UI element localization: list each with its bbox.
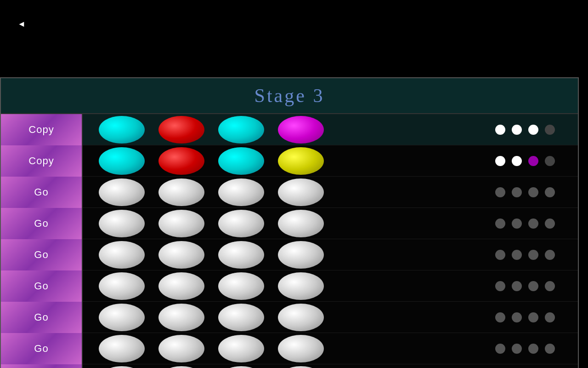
copy-button[interactable]: Copy — [1, 145, 83, 177]
oval-white[interactable] — [278, 272, 324, 300]
circle-cell[interactable] — [211, 116, 271, 144]
dot-dimgray[interactable] — [512, 344, 522, 354]
dot-dimgray[interactable] — [512, 250, 522, 260]
circle-cell[interactable] — [152, 178, 211, 206]
oval-white[interactable] — [218, 210, 264, 237]
dot-dimgray[interactable] — [495, 218, 505, 229]
dot-dimgray[interactable] — [545, 281, 555, 291]
dot-dimgray[interactable] — [512, 187, 522, 197]
oval-red[interactable] — [158, 147, 204, 175]
oval-white[interactable] — [158, 304, 204, 331]
dot-dimgray[interactable] — [528, 218, 538, 229]
dot-gray[interactable] — [545, 156, 555, 166]
dot-white[interactable] — [528, 125, 538, 135]
oval-white[interactable] — [158, 272, 204, 300]
dot-gray[interactable] — [545, 125, 555, 135]
oval-white[interactable] — [218, 335, 264, 362]
oval-magenta[interactable] — [278, 116, 324, 144]
circle-cell[interactable] — [271, 366, 331, 368]
circle-cell[interactable] — [271, 241, 331, 269]
dot-dimgray[interactable] — [512, 312, 522, 322]
circle-cell[interactable] — [211, 147, 271, 175]
circle-cell[interactable] — [152, 147, 211, 175]
dot-dimgray[interactable] — [545, 187, 555, 197]
oval-yellow[interactable] — [278, 147, 324, 175]
circle-cell[interactable] — [152, 366, 211, 368]
circle-cell[interactable] — [211, 366, 271, 368]
dot-dimgray[interactable] — [495, 344, 505, 354]
oval-white[interactable] — [218, 241, 264, 269]
oval-red[interactable] — [158, 116, 204, 144]
oval-white[interactable] — [158, 366, 204, 368]
oval-white[interactable] — [158, 178, 204, 206]
dot-dimgray[interactable] — [528, 187, 538, 197]
circle-cell[interactable] — [152, 304, 211, 331]
circle-cell[interactable] — [211, 210, 271, 237]
dot-dimgray[interactable] — [512, 281, 522, 291]
circle-cell[interactable] — [92, 178, 152, 206]
circle-cell[interactable] — [92, 116, 152, 144]
circle-cell[interactable] — [271, 335, 331, 362]
oval-cyan[interactable] — [99, 116, 145, 144]
dot-dimgray[interactable] — [545, 344, 555, 354]
oval-white[interactable] — [99, 178, 145, 206]
circle-cell[interactable] — [152, 116, 211, 144]
circle-cell[interactable] — [152, 335, 211, 362]
dot-dimgray[interactable] — [495, 187, 505, 197]
oval-white[interactable] — [278, 210, 324, 237]
circle-cell[interactable] — [211, 335, 271, 362]
oval-white[interactable] — [99, 304, 145, 331]
oval-cyan[interactable] — [218, 147, 264, 175]
oval-white[interactable] — [158, 241, 204, 269]
circle-cell[interactable] — [92, 335, 152, 362]
dot-dimgray[interactable] — [495, 281, 505, 291]
dot-dimgray[interactable] — [528, 250, 538, 260]
circle-cell[interactable] — [152, 241, 211, 269]
oval-white[interactable] — [99, 366, 145, 368]
circle-cell[interactable] — [92, 210, 152, 237]
oval-white[interactable] — [278, 304, 324, 331]
go-button[interactable]: Go — [1, 302, 83, 333]
dot-white[interactable] — [495, 156, 505, 166]
dot-dimgray[interactable] — [495, 250, 505, 260]
go-button[interactable]: Go — [1, 270, 83, 302]
dot-white[interactable] — [512, 156, 522, 166]
oval-white[interactable] — [218, 178, 264, 206]
circle-cell[interactable] — [92, 366, 152, 368]
go-button[interactable]: Go — [1, 333, 83, 364]
circle-cell[interactable] — [92, 272, 152, 300]
oval-white[interactable] — [158, 335, 204, 362]
dot-white[interactable] — [495, 125, 505, 135]
circle-cell[interactable] — [152, 210, 211, 237]
oval-white[interactable] — [278, 335, 324, 362]
dot-white[interactable] — [512, 125, 522, 135]
dot-dimgray[interactable] — [545, 250, 555, 260]
dot-dimgray[interactable] — [545, 218, 555, 229]
circle-cell[interactable] — [271, 178, 331, 206]
oval-white[interactable] — [278, 366, 324, 368]
circle-cell[interactable] — [271, 147, 331, 175]
oval-white[interactable] — [99, 210, 145, 237]
oval-white[interactable] — [218, 272, 264, 300]
circle-cell[interactable] — [211, 241, 271, 269]
oval-white[interactable] — [218, 366, 264, 368]
circle-cell[interactable] — [211, 304, 271, 331]
oval-white[interactable] — [278, 178, 324, 206]
oval-white[interactable] — [99, 335, 145, 362]
oval-white[interactable] — [99, 241, 145, 269]
circle-cell[interactable] — [92, 241, 152, 269]
dot-purple[interactable] — [528, 156, 538, 166]
circle-cell[interactable] — [271, 304, 331, 331]
oval-cyan[interactable] — [218, 116, 264, 144]
circle-cell[interactable] — [92, 304, 152, 331]
oval-white[interactable] — [218, 304, 264, 331]
oval-white[interactable] — [99, 272, 145, 300]
oval-white[interactable] — [278, 241, 324, 269]
circle-cell[interactable] — [271, 272, 331, 300]
dot-dimgray[interactable] — [528, 344, 538, 354]
circle-cell[interactable] — [211, 272, 271, 300]
dot-dimgray[interactable] — [495, 312, 505, 322]
circle-cell[interactable] — [271, 210, 331, 237]
circle-cell[interactable] — [211, 178, 271, 206]
dot-dimgray[interactable] — [528, 281, 538, 291]
